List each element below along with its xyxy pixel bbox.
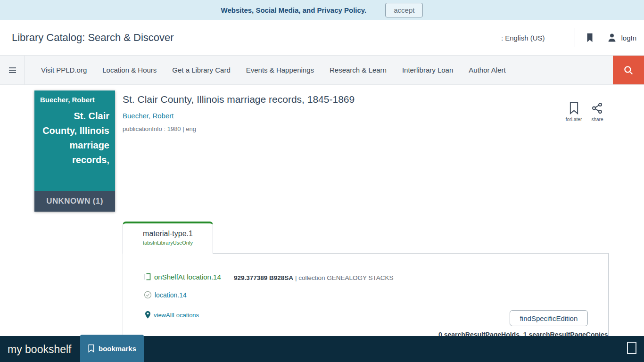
hamburger-icon [8, 67, 17, 74]
item-title: St. Clair County, Illinois marriage reco… [123, 94, 355, 105]
main-nav: Visit PPLD.org Location & Hours Get a Li… [0, 55, 644, 85]
nav-item-events[interactable]: Events & Happenings [246, 66, 314, 74]
accept-button[interactable]: accept [385, 3, 423, 17]
user-icon [606, 32, 618, 43]
call-number: 929.377389 B928SA [234, 274, 293, 281]
nav-item-visit-ppld[interactable]: Visit PPLD.org [41, 66, 87, 74]
format-badge: UNKNOWN (1) [34, 191, 115, 212]
search-icon [622, 64, 635, 76]
book-icon [143, 272, 152, 281]
for-later-label: forLater [566, 117, 582, 122]
nav-links: Visit PPLD.org Location & Hours Get a Li… [41, 66, 506, 74]
tab-label: material-type.1 [123, 230, 213, 238]
nav-item-research-learn[interactable]: Research & Learn [330, 66, 387, 74]
bookmarks-tab-label: bookmarks [99, 345, 136, 353]
nav-item-library-card[interactable]: Get a Library Card [172, 66, 230, 74]
header-actions: : English (US) logIn [501, 28, 636, 47]
tab-material-type[interactable]: material-type.1 tabsInLibraryUseOnly [123, 222, 213, 254]
share-label: share [591, 117, 603, 122]
map-pin-icon [144, 311, 151, 319]
cookie-banner: Websites, Social Media, and Privacy Poli… [0, 0, 644, 20]
book-cover: Buecher, Robert St. Clair County, Illino… [34, 90, 115, 212]
check-circle-icon [144, 291, 152, 299]
bookshelf-bar: my bookshelf bookmarks [0, 336, 644, 362]
header-divider [575, 28, 575, 47]
bookmarks-icon[interactable] [585, 32, 595, 43]
share-icon [591, 102, 603, 115]
view-all-row: viewAllLocations [144, 311, 199, 319]
share-button[interactable]: share [585, 102, 610, 122]
login-button[interactable]: logIn [606, 32, 636, 43]
on-shelf-at-link[interactable]: onShelfAt location.14 [154, 273, 221, 281]
on-shelf-row: onShelfAt location.14 [143, 272, 221, 281]
nav-item-author-alert[interactable]: Author Alert [469, 66, 505, 74]
location-row: location.14 [144, 291, 187, 299]
author-link[interactable]: Buecher, Robert [123, 112, 173, 120]
find-specific-edition-button[interactable]: findSpecificEdition [510, 310, 588, 326]
view-all-locations-link[interactable]: viewAllLocations [154, 312, 199, 319]
language-selector[interactable]: : English (US) [501, 34, 545, 42]
for-later-button[interactable]: forLater [561, 102, 586, 122]
page-title: Library Catalog: Search & Discover [12, 32, 174, 44]
bookmark-outline-icon [569, 102, 579, 115]
library-catalog-page: Websites, Social Media, and Privacy Poli… [0, 0, 644, 362]
cover-title: St. Clair County, Illinois marriage reco… [34, 104, 115, 167]
menu-button[interactable] [0, 56, 25, 84]
tab-sublabel: tabsInLibraryUseOnly [123, 240, 213, 246]
cover-author: Buecher, Robert [34, 90, 115, 104]
login-label: logIn [621, 34, 636, 42]
location-link[interactable]: location.14 [155, 291, 187, 299]
collection-label: | collection GENEALOGY STACKS [295, 274, 394, 281]
nav-item-location-hours[interactable]: Location & Hours [102, 66, 157, 74]
publication-info: publicationInfo : 1980 | eng [123, 125, 196, 132]
header: Library Catalog: Search & Discover : Eng… [0, 20, 644, 55]
my-bookshelf-label: my bookshelf [8, 343, 72, 355]
search-button[interactable] [613, 56, 644, 84]
call-number-group: 929.377389 B928SA | collection GENEALOGY… [234, 274, 393, 281]
bookmarks-tab[interactable]: bookmarks [80, 335, 144, 362]
cookie-message: Websites, Social Media, and Privacy Poli… [221, 6, 367, 14]
bookmark-outline-icon [88, 344, 95, 353]
nav-item-interlibrary-loan[interactable]: Interlibrary Loan [402, 66, 453, 74]
mini-cover-placeholder[interactable] [627, 342, 636, 354]
